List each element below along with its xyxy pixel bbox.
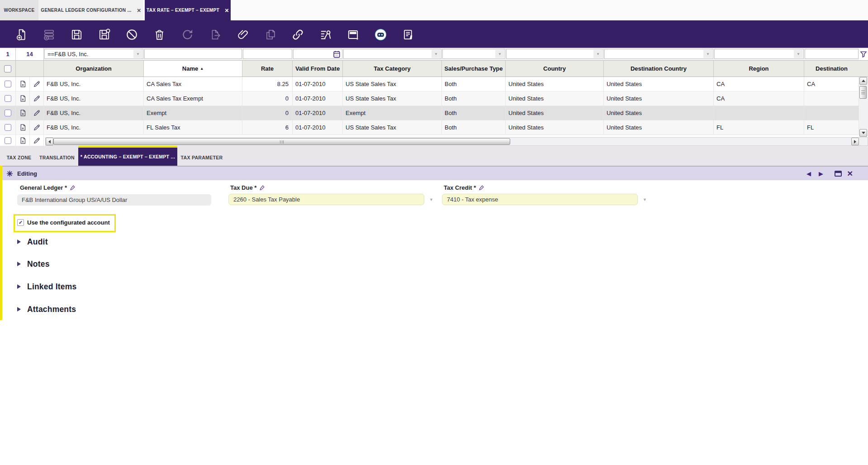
previous-record-icon[interactable]: ◀: [806, 167, 811, 180]
vertical-scrollbar[interactable]: [859, 77, 868, 137]
close-icon[interactable]: ×: [225, 7, 229, 14]
settings-tools-icon[interactable]: [318, 27, 332, 42]
general-ledger-field[interactable]: F&B International Group US/A/US Dollar: [17, 194, 211, 206]
tab-tax-zone[interactable]: TAX ZONE: [2, 149, 36, 166]
scroll-right-icon[interactable]: [851, 138, 859, 145]
filter-tax-category[interactable]: ▼: [343, 48, 442, 60]
filter-valid-from-date[interactable]: [293, 48, 343, 60]
tab-tax-parameter[interactable]: TAX PARAMETER: [177, 149, 226, 166]
section-linked-items[interactable]: Linked Items: [17, 281, 76, 292]
row-checkbox[interactable]: [0, 120, 16, 134]
export-icon[interactable]: [208, 27, 222, 42]
tab-translation[interactable]: TRANSLATION: [36, 149, 78, 166]
header-region[interactable]: Region: [714, 61, 804, 77]
journal-icon[interactable]: [401, 27, 415, 42]
add-row-icon[interactable]: [42, 27, 56, 42]
chevron-down-icon[interactable]: ▼: [593, 50, 602, 58]
filter-rate[interactable]: [242, 48, 293, 60]
row-checkbox[interactable]: [0, 77, 16, 91]
tab-workspace[interactable]: WORKSPACE: [0, 0, 38, 20]
scroll-up-icon[interactable]: [859, 77, 867, 85]
open-record-icon[interactable]: [16, 106, 30, 120]
header-country[interactable]: Country: [506, 61, 604, 77]
close-panel-icon[interactable]: ×: [847, 167, 853, 180]
maximize-panel-icon[interactable]: [835, 167, 842, 180]
table-row[interactable]: F&B US, Inc. CA Sales Tax Exempt 0 01-07…: [0, 91, 859, 106]
close-icon[interactable]: ×: [137, 7, 141, 14]
scroll-down-icon[interactable]: [859, 129, 867, 137]
select-all-checkbox[interactable]: [0, 61, 16, 77]
link-icon[interactable]: [290, 27, 305, 42]
scroll-left-icon[interactable]: [46, 138, 53, 145]
cell-tax-category: US State Sales Tax: [343, 91, 442, 105]
filter-sales-purchase-type[interactable]: ▼: [442, 48, 506, 60]
save-template-icon[interactable]: [97, 27, 111, 42]
header-name[interactable]: Name▲: [144, 61, 242, 77]
row-checkbox[interactable]: [0, 106, 16, 120]
header-destination-country[interactable]: Destination Country: [604, 61, 714, 77]
cell-country: United States: [506, 77, 604, 91]
assistant-bot-icon[interactable]: [373, 27, 388, 42]
cell-destination: [804, 106, 859, 120]
refresh-icon[interactable]: [180, 27, 194, 42]
tax-due-field[interactable]: 2260 - Sales Tax Payable: [228, 194, 424, 205]
open-record-icon[interactable]: [16, 135, 30, 146]
panel-layout-icon[interactable]: [346, 27, 360, 42]
header-organization[interactable]: Organization: [44, 61, 144, 77]
calendar-icon[interactable]: [332, 50, 341, 60]
vertical-scrollbar-thumb[interactable]: [859, 86, 867, 99]
open-record-icon[interactable]: [16, 77, 30, 91]
tax-credit-field[interactable]: 7410 - Tax expense: [442, 194, 638, 205]
row-checkbox[interactable]: [0, 135, 16, 146]
chevron-down-icon[interactable]: ▼: [794, 50, 803, 58]
edit-record-icon[interactable]: [30, 135, 44, 146]
section-audit[interactable]: Audit: [17, 236, 48, 247]
table-row[interactable]: F&B US, Inc. Exempt 0 01-07-2010 Exempt …: [0, 106, 859, 120]
filter-destination-country[interactable]: ▼: [604, 48, 714, 60]
chevron-down-icon[interactable]: ▼: [643, 197, 647, 202]
tab-workspace-label: WORKSPACE: [4, 8, 34, 13]
copy-icon[interactable]: [263, 27, 278, 42]
save-icon[interactable]: [69, 27, 84, 42]
chevron-down-icon[interactable]: ▼: [495, 50, 504, 58]
filter-funnel-icon[interactable]: [859, 48, 868, 60]
tab-tax-rate[interactable]: TAX RATE – EXEMPT – EXEMPT ×: [145, 0, 231, 20]
section-attachments[interactable]: Attachments: [17, 304, 76, 315]
delete-icon[interactable]: [152, 27, 166, 42]
chevron-down-icon[interactable]: ▼: [432, 50, 441, 58]
open-record-icon[interactable]: [16, 120, 30, 134]
new-record-icon[interactable]: [14, 27, 28, 42]
filter-organization[interactable]: ==F&B US, Inc. ▼: [44, 48, 144, 60]
cancel-icon[interactable]: [124, 27, 139, 42]
filter-destination[interactable]: [804, 48, 859, 60]
edit-record-icon[interactable]: [30, 106, 44, 120]
chevron-down-icon[interactable]: ▼: [429, 197, 433, 202]
attachment-icon[interactable]: [236, 27, 250, 42]
filter-region[interactable]: ▼: [714, 48, 804, 60]
tab-general-ledger-configuration[interactable]: GENERAL LEDGER CONFIGURATION ... ×: [38, 0, 143, 20]
next-record-icon[interactable]: ▶: [819, 167, 823, 180]
main-toolbar: [0, 20, 868, 48]
pencil-icon: [479, 185, 484, 191]
table-row[interactable]: F&B US, Inc. FL Sales Tax 6 01-07-2010 U…: [0, 120, 859, 135]
table-row[interactable]: F&B US, Inc. CA Sales Tax 8.25 01-07-201…: [0, 77, 859, 91]
header-destination[interactable]: Destination: [804, 61, 859, 77]
header-sales-purchase-type[interactable]: Sales/Purchase Type: [442, 61, 506, 77]
row-checkbox[interactable]: [0, 91, 16, 105]
open-record-icon[interactable]: [16, 91, 30, 105]
chevron-down-icon[interactable]: ▼: [703, 50, 712, 58]
edit-record-icon[interactable]: [30, 77, 44, 91]
filter-name[interactable]: [144, 48, 242, 60]
edit-record-icon[interactable]: [30, 91, 44, 105]
header-tax-category[interactable]: Tax Category: [343, 61, 442, 77]
section-notes[interactable]: Notes: [17, 259, 50, 269]
filter-country[interactable]: ▼: [506, 48, 604, 60]
horizontal-scrollbar[interactable]: [45, 137, 868, 146]
tab-accounting[interactable]: * ACCOUNTING – EXEMPT – EXEMPT ...: [78, 146, 177, 166]
use-configurated-account-checkbox[interactable]: ✓: [17, 219, 24, 226]
chevron-down-icon[interactable]: ▼: [133, 50, 142, 58]
edit-record-icon[interactable]: [30, 120, 44, 134]
horizontal-scrollbar-thumb[interactable]: [53, 138, 510, 145]
header-rate[interactable]: Rate: [242, 61, 293, 77]
header-valid-from-date[interactable]: Valid From Date: [293, 61, 343, 77]
